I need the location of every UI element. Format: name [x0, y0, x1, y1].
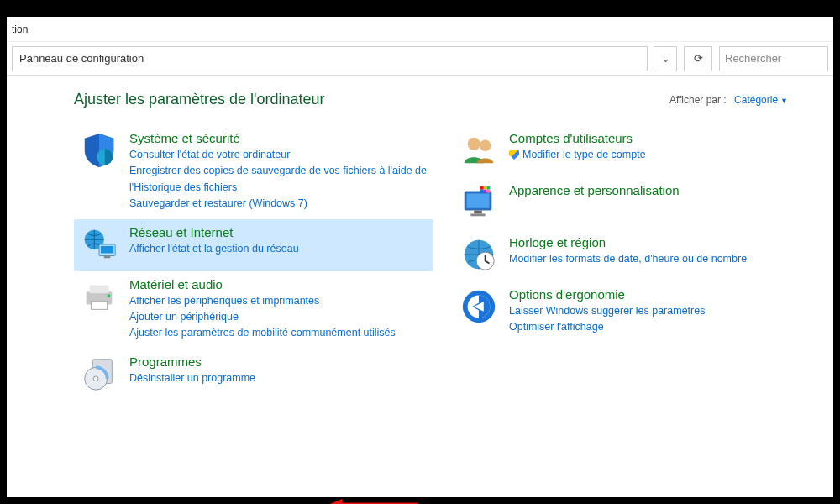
globe-network-icon — [79, 224, 119, 265]
svg-rect-3 — [101, 245, 113, 253]
printer-icon — [79, 276, 119, 317]
refresh-icon: ⟳ — [694, 52, 703, 65]
programs-uninstall-link[interactable]: Désinstaller un programme — [129, 370, 428, 386]
view-by-dropdown[interactable]: Catégorie▼ — [734, 94, 788, 106]
link-add-device[interactable]: Ajouter un périphérique — [129, 309, 428, 325]
right-column: Comptes d'utilisateurs Modifier le type … — [454, 125, 813, 401]
link-file-history[interactable]: Enregistrer des copies de sauvegarde de … — [129, 163, 428, 196]
page-title: Ajuster les paramètres de l'ordinateur — [74, 91, 325, 108]
category-title[interactable]: Réseau et Internet — [129, 225, 428, 239]
svg-point-12 — [468, 138, 480, 150]
link-devices-printers[interactable]: Afficher les périphériques et imprimante… — [129, 293, 428, 309]
address-bar: Panneau de configuration ⌄ ⟳ Rechercher — [7, 42, 833, 76]
view-by-control: Afficher par : Catégorie▼ — [669, 94, 788, 106]
category-title[interactable]: Système et sécurité — [129, 131, 428, 145]
category-ease-of-access: Options d'ergonomie Laisser Windows sugg… — [454, 281, 813, 343]
category-title[interactable]: Programmes — [129, 354, 428, 369]
breadcrumb-dropdown[interactable]: ⌄ — [654, 46, 677, 71]
annotation-arrow-icon — [330, 496, 423, 504]
svg-point-13 — [480, 140, 491, 151]
category-clock-region: Horloge et région Modifier les formats d… — [454, 229, 813, 281]
shield-icon — [79, 130, 119, 171]
svg-rect-15 — [467, 193, 490, 207]
link-check-status[interactable]: Consulter l'état de votre ordinateur — [129, 147, 428, 163]
link-change-account-type[interactable]: Modifier le type de compte — [509, 147, 808, 163]
link-network-status[interactable]: Afficher l'état et la gestion du réseau — [129, 241, 428, 257]
svg-rect-17 — [470, 213, 485, 216]
category-hardware: Matériel et audio Afficher les périphéri… — [74, 271, 433, 349]
category-columns: Système et sécurité Consulter l'état de … — [74, 125, 813, 401]
clock-globe-icon — [459, 234, 499, 275]
svg-rect-23 — [487, 190, 491, 193]
window-titlebar: tion — [7, 17, 833, 42]
category-system-security: Système et sécurité Consulter l'état de … — [74, 125, 433, 219]
breadcrumb-text: Panneau de configuration — [19, 52, 144, 65]
chevron-down-icon: ⌄ — [661, 52, 670, 65]
disc-box-icon — [79, 354, 119, 394]
category-title[interactable]: Apparence et personnalisation — [509, 183, 808, 197]
monitor-palette-icon — [459, 182, 499, 223]
control-panel-window: tion Panneau de configuration ⌄ ⟳ Recher… — [7, 17, 833, 497]
category-appearance: Apparence et personnalisation — [454, 177, 813, 229]
svg-rect-22 — [484, 190, 487, 193]
search-input[interactable]: Rechercher — [719, 46, 828, 71]
svg-rect-20 — [487, 186, 491, 190]
svg-rect-16 — [474, 211, 482, 214]
left-column: Système et sécurité Consulter l'état de … — [74, 125, 433, 401]
breadcrumb[interactable]: Panneau de configuration — [12, 46, 648, 71]
svg-marker-29 — [330, 499, 342, 504]
category-network: Réseau et Internet Afficher l'état et la… — [74, 219, 433, 271]
refresh-button[interactable]: ⟳ — [684, 46, 712, 71]
svg-rect-7 — [91, 301, 107, 309]
window-title: tion — [12, 24, 28, 35]
svg-rect-21 — [480, 190, 484, 193]
svg-rect-19 — [484, 186, 487, 190]
content-area: Ajuster les paramètres de l'ordinateur A… — [7, 76, 833, 497]
category-title[interactable]: Matériel et audio — [129, 277, 428, 291]
category-title[interactable]: Comptes d'utilisateurs — [509, 131, 808, 145]
link-suggest-settings[interactable]: Laisser Windows suggérer les paramètres — [509, 303, 808, 319]
category-programs: Programmes Désinstaller un programme — [74, 349, 433, 401]
people-icon — [459, 130, 499, 171]
page-header: Ajuster les paramètres de l'ordinateur A… — [74, 91, 813, 108]
svg-point-8 — [108, 294, 111, 297]
link-mobility-settings[interactable]: Ajuster les paramètres de mobilité commu… — [129, 325, 428, 341]
view-by-value: Catégorie — [734, 94, 778, 106]
link-optimize-display[interactable]: Optimiser l'affichage — [509, 319, 808, 335]
svg-rect-18 — [480, 186, 484, 190]
link-date-time-formats[interactable]: Modifier les formats de date, d'heure ou… — [509, 251, 808, 267]
category-title[interactable]: Horloge et région — [509, 235, 808, 249]
category-users: Comptes d'utilisateurs Modifier le type … — [454, 125, 813, 177]
svg-point-11 — [93, 376, 98, 381]
chevron-down-icon: ▼ — [780, 97, 788, 105]
view-by-label: Afficher par : — [669, 94, 727, 106]
ease-of-access-icon — [459, 286, 499, 327]
link-backup-restore[interactable]: Sauvegarder et restaurer (Windows 7) — [129, 196, 428, 212]
category-title[interactable]: Options d'ergonomie — [509, 287, 808, 302]
search-placeholder: Rechercher — [725, 52, 781, 65]
svg-rect-6 — [90, 285, 109, 293]
svg-rect-4 — [104, 255, 111, 258]
